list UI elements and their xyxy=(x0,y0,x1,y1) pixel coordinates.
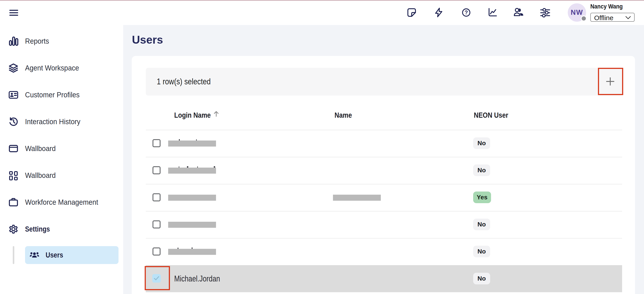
svg-text:?: ? xyxy=(465,10,468,16)
